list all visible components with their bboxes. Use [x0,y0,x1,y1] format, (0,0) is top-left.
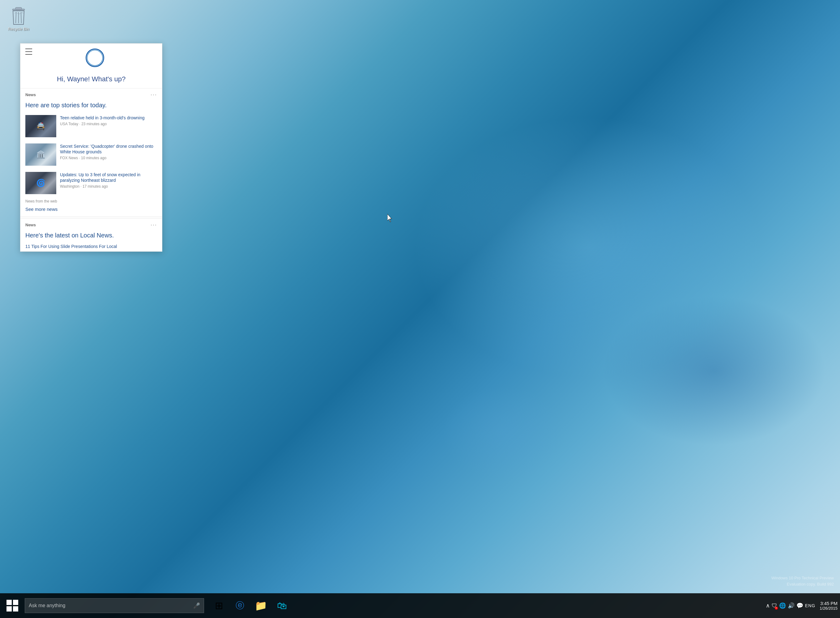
recycle-bin[interactable]: Recycle Bin [6,6,31,31]
taskbar: Ask me anything 🎤 ⊞ ⓔ 📁 🛍 ∧ 🛡 ✕ 🌐 🔊 💬 EN… [0,593,840,618]
news-item-2[interactable]: Secret Service: 'Quadcopter' drone crash… [21,141,162,169]
clock-date: 1/26/2015 [819,606,837,611]
news-title-1: Teen relative held in 3-month-old's drow… [60,115,157,120]
cortana-logo-area [33,49,157,70]
news-from-web-label: News from the web [21,198,162,204]
news-meta-3: Washington · 17 minutes ago [60,184,157,189]
tray-security-icon[interactable]: 🛡 ✕ [772,603,777,609]
cortana-greeting: Hi, Wayne! What's up? [25,73,157,88]
hamburger-line-1 [25,49,32,49]
svg-line-4 [21,12,21,23]
top-stories-title: Here are top stories for today. [21,101,162,113]
news-thumb-1 [25,115,56,137]
svg-rect-1 [15,7,22,10]
watermark-line-1: Windows 10 Pro Technical Preview [771,576,834,580]
system-tray: ∧ 🛡 ✕ 🌐 🔊 💬 ENG 3:45 PM 1/26/2015 [766,601,837,611]
hamburger-line-2 [25,51,32,52]
local-news-label: News [25,223,36,227]
hamburger-line-3 [25,54,32,55]
clock-time: 3:45 PM [819,601,837,606]
local-news-more-options-button[interactable]: ··· [151,222,157,228]
local-news-section: News ··· Here's the latest on Local News… [21,218,162,251]
recycle-bin-icon [9,6,28,26]
svg-rect-5 [6,600,12,605]
windows-logo-icon [6,599,19,612]
news-section-header: News ··· [21,88,162,101]
news-content-3: Updates: Up to 3 feet of snow expected i… [60,172,157,194]
store-button[interactable]: 🛍 [272,596,292,615]
see-more-news-link[interactable]: See more news [21,204,162,215]
news-title-2: Secret Service: 'Quadcopter' drone crash… [60,143,157,154]
store-icon: 🛍 [277,600,287,612]
ie-icon: ⓔ [236,600,244,612]
task-view-button[interactable]: ⊞ [209,596,229,615]
svg-line-2 [16,12,16,23]
tray-volume-icon[interactable]: 🔊 [788,602,794,609]
cortana-header-row [25,49,157,70]
news-thumb-2 [25,143,56,166]
start-button[interactable] [3,596,22,615]
news-section-top-stories: News ··· Here are top stories for today.… [21,88,162,215]
tray-lang-label[interactable]: ENG [805,603,815,608]
cortana-circle-icon [86,49,104,67]
cortana-search-bar[interactable]: Ask me anything 🎤 [25,598,204,613]
news-item-3[interactable]: Updates: Up to 3 feet of snow expected i… [21,169,162,198]
news-meta-1: USA Today · 23 minutes ago [60,122,157,126]
microphone-icon: 🎤 [193,602,200,609]
section-divider [21,217,162,217]
taskbar-pinned-apps: ⊞ ⓔ 📁 🛍 [209,596,292,615]
system-clock[interactable]: 3:45 PM 1/26/2015 [819,601,837,611]
hamburger-menu-button[interactable] [25,49,33,55]
local-news-item-link[interactable]: 11 Tips For Using Slide Presentations Fo… [21,241,162,251]
cortana-header-area: Hi, Wayne! What's up? [21,44,162,88]
cortana-panel: Hi, Wayne! What's up? News ··· Here are … [20,43,162,252]
svg-rect-6 [13,600,18,605]
watermark-line-2: Evaluation copy. Build 992 [787,582,834,587]
search-placeholder-text: Ask me anything [29,603,193,608]
news-item-1[interactable]: Teen relative held in 3-month-old's drow… [21,113,162,141]
file-explorer-icon: 📁 [255,600,267,612]
tray-network-icon[interactable]: 🌐 [779,602,786,609]
svg-rect-7 [6,606,12,612]
svg-rect-8 [13,606,18,612]
tray-security-alert: ✕ [775,606,778,610]
recycle-bin-label: Recycle Bin [8,27,30,31]
local-news-title: Here's the latest on Local News. [21,231,162,241]
news-section-label: News [25,92,36,97]
news-title-3: Updates: Up to 3 feet of snow expected i… [60,172,157,183]
tray-expand-icon[interactable]: ∧ [766,602,770,609]
news-thumb-3 [25,172,56,194]
windows-watermark: Windows 10 Pro Technical Preview Evaluat… [771,575,834,587]
news-more-options-button[interactable]: ··· [151,92,157,98]
file-explorer-button[interactable]: 📁 [251,596,271,615]
tray-message-icon[interactable]: 💬 [796,602,803,609]
task-view-icon: ⊞ [215,600,223,612]
internet-explorer-button[interactable]: ⓔ [230,596,250,615]
news-meta-2: FOX News · 10 minutes ago [60,156,157,160]
news-content-1: Teen relative held in 3-month-old's drow… [60,115,157,137]
local-news-header: News ··· [21,218,162,231]
news-content-2: Secret Service: 'Quadcopter' drone crash… [60,143,157,166]
